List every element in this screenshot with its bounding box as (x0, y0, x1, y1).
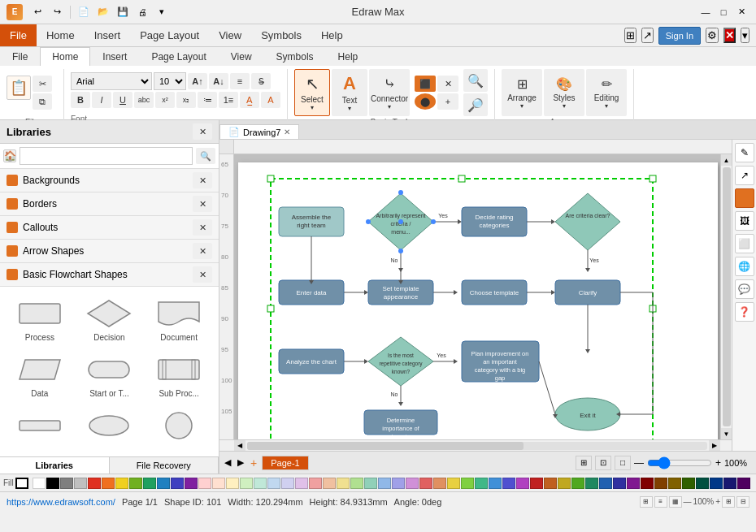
color-swatch-11[interactable] (185, 478, 198, 489)
menu-file[interactable]: File (0, 24, 37, 46)
color-swatch-51[interactable] (737, 478, 750, 489)
color-swatch-40[interactable] (585, 478, 598, 489)
scroll-down-btn[interactable]: ▼ (721, 428, 732, 439)
right-box-btn[interactable]: ⬜ (735, 234, 754, 253)
right-orange-btn[interactable] (735, 188, 754, 208)
color-swatch-44[interactable] (641, 478, 654, 489)
canvas-container[interactable]: Assemble the right team Arbitrarily repr… (234, 154, 732, 439)
scroll-left-btn[interactable]: ◀ (234, 440, 245, 452)
highlight-btn[interactable]: A̲ (240, 92, 259, 108)
color-swatch-0[interactable] (33, 478, 46, 489)
maximize-button[interactable]: □ (715, 5, 732, 19)
color-swatch-29[interactable] (433, 478, 446, 489)
color-swatch-8[interactable] (143, 478, 156, 489)
zoom-btn[interactable]: 🔍 (463, 69, 488, 92)
color-swatch-39[interactable] (571, 478, 584, 489)
connector-button[interactable]: ⤷ Connector ▾ (369, 69, 410, 116)
color-swatch-22[interactable] (337, 478, 350, 489)
color-swatch-6[interactable] (115, 478, 128, 489)
color-swatch-45[interactable] (654, 478, 667, 489)
menu-page-layout[interactable]: Page Layout (130, 24, 209, 46)
zoom-icons-btn[interactable]: ⊞ (576, 456, 592, 470)
zoom-plus-btn[interactable]: + (715, 457, 721, 469)
close-button[interactable]: ✕ (733, 5, 749, 19)
redo-button[interactable]: ↪ (49, 5, 65, 19)
shape-start-or-t[interactable]: Start or T... (76, 349, 143, 402)
search-input[interactable] (20, 147, 193, 165)
color-swatch-27[interactable] (406, 478, 419, 489)
add-page-btn[interactable]: + (249, 455, 259, 471)
edraw-link[interactable]: https://www.edrawsoft.com/ (7, 497, 115, 507)
page-tab-1[interactable]: Page-1 (262, 456, 308, 470)
color-swatch-47[interactable] (682, 478, 695, 489)
font-size-select[interactable]: 10 (154, 72, 186, 90)
backgrounds-close-btn[interactable]: ✕ (193, 172, 212, 188)
clipboard-paste-btn[interactable]: 📋 (7, 76, 31, 100)
fill-swatch[interactable] (15, 478, 28, 489)
color-swatch-50[interactable] (723, 478, 736, 489)
tab-file[interactable]: File (0, 47, 40, 66)
color-swatch-35[interactable] (516, 478, 529, 489)
color-swatch-28[interactable] (419, 478, 432, 489)
zoom-fit-btn[interactable]: ⊡ (595, 456, 611, 470)
shape-sub-process[interactable]: Sub Proc... (146, 349, 212, 402)
color-swatch-36[interactable] (530, 478, 543, 489)
shape-8[interactable] (76, 405, 143, 449)
category-borders[interactable]: Borders ✕ (0, 192, 219, 216)
shape-process[interactable]: Process (7, 293, 73, 346)
color-swatch-38[interactable] (558, 478, 571, 489)
color-swatch-48[interactable] (696, 478, 709, 489)
tab-symbols[interactable]: Symbols (264, 47, 326, 66)
color-swatch-14[interactable] (226, 478, 239, 489)
color-swatch-12[interactable] (198, 478, 211, 489)
right-image-btn[interactable]: 🖼 (735, 211, 754, 231)
tab-help[interactable]: Help (326, 47, 371, 66)
minimize-button[interactable]: — (697, 5, 714, 19)
plus-tool-btn[interactable]: + (437, 93, 458, 110)
menu-help[interactable]: Help (311, 24, 353, 46)
sign-in-button[interactable]: Sign In (658, 27, 701, 45)
color-swatch-41[interactable] (599, 478, 612, 489)
align-left-btn[interactable]: ≡ (230, 73, 250, 89)
search-button[interactable]: 🔍 (196, 148, 215, 164)
color-swatch-37[interactable] (544, 478, 557, 489)
font-size-increase-btn[interactable]: A↑ (188, 73, 207, 89)
italic-btn[interactable]: I (92, 92, 111, 108)
status-icon-4[interactable]: ⊞ (722, 496, 735, 508)
borders-close-btn[interactable]: ✕ (193, 196, 212, 212)
color-swatch-30[interactable] (447, 478, 460, 489)
category-backgrounds[interactable]: Backgrounds ✕ (0, 169, 219, 192)
color-swatch-42[interactable] (613, 478, 626, 489)
select-button[interactable]: ↖ Select ▾ (294, 69, 330, 116)
status-icon-1[interactable]: ⊞ (640, 496, 653, 508)
shape-9[interactable] (146, 405, 212, 449)
editing-button[interactable]: ✏ Editing ▾ (586, 69, 627, 116)
print-button[interactable]: 🖨 (134, 5, 150, 19)
menu-home[interactable]: Home (37, 24, 85, 46)
nav-right-btn[interactable]: ▶ (236, 456, 245, 469)
color-swatch-10[interactable] (171, 478, 184, 489)
doc-tab-drawing7[interactable]: 📄 Drawing7 ✕ (219, 124, 299, 139)
open-button[interactable]: 📂 (95, 5, 111, 19)
new-button[interactable]: 📄 (76, 5, 92, 19)
superscript-btn[interactable]: x² (155, 92, 175, 108)
color-swatch-9[interactable] (157, 478, 170, 489)
text-button[interactable]: A Text ▾ (332, 69, 367, 116)
color-swatch-15[interactable] (240, 478, 253, 489)
menu-insert[interactable]: Insert (85, 24, 131, 46)
font-family-select[interactable]: Arial (71, 72, 152, 90)
subscript-btn[interactable]: x₂ (176, 92, 196, 108)
color-swatch-26[interactable] (392, 478, 405, 489)
scroll-up-btn[interactable]: ▲ (721, 154, 732, 166)
libraries-close-btn[interactable]: ✕ (193, 123, 212, 140)
tab-insert[interactable]: Insert (90, 47, 139, 66)
color-swatch-24[interactable] (364, 478, 377, 489)
color-swatch-20[interactable] (309, 478, 322, 489)
tab-libraries[interactable]: Libraries (0, 457, 110, 474)
color-swatch-3[interactable] (74, 478, 87, 489)
tab-page-layout[interactable]: Page Layout (139, 47, 218, 66)
color-swatch-43[interactable] (627, 478, 640, 489)
vertical-scrollbar[interactable]: ▲ ▼ (720, 154, 732, 439)
color-swatch-21[interactable] (323, 478, 336, 489)
font-color-btn[interactable]: A (261, 92, 280, 108)
